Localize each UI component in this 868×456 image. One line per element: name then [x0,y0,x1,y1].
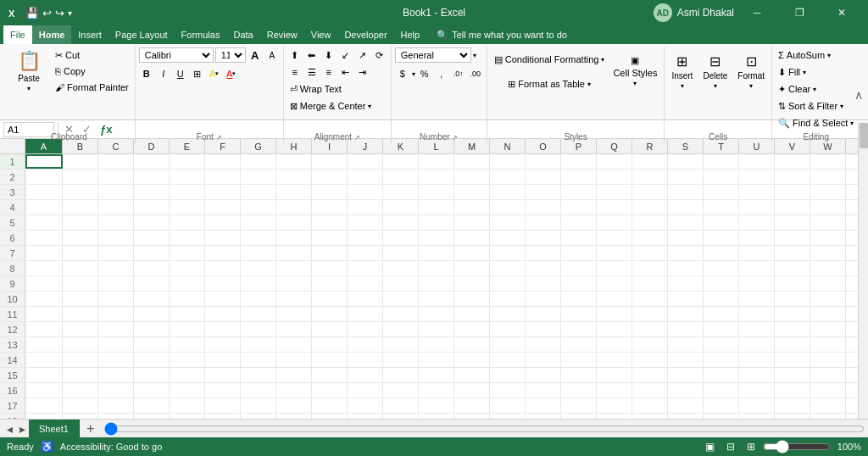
sheet-scroll-right[interactable]: ▸ [16,420,29,438]
cell-R1[interactable] [632,154,668,169]
cell-W10[interactable] [810,292,846,306]
menu-formulas[interactable]: Formulas [175,25,227,44]
page-break-view-button[interactable]: ⊞ [743,439,760,454]
cell-G3[interactable] [241,185,276,199]
cell-U2[interactable] [739,170,775,184]
cell-I14[interactable] [312,353,348,367]
cell-H12[interactable] [276,322,312,336]
cell-V2[interactable] [775,170,810,184]
cell-P12[interactable] [561,322,597,336]
cell-R11[interactable] [632,307,668,321]
autosum-button[interactable]: Σ AutoSum ▾ [776,47,833,63]
cell-J11[interactable] [348,307,383,321]
cell-F13[interactable] [205,337,241,352]
cell-E1[interactable] [170,154,205,169]
row-number-13[interactable]: 13 [0,337,25,352]
number-format-select[interactable]: General [395,47,471,63]
cell-R9[interactable] [632,276,668,291]
cell-M1[interactable] [454,154,490,169]
cell-I10[interactable] [312,292,348,306]
cell-B14[interactable] [63,353,98,367]
cell-N1[interactable] [490,154,526,169]
add-sheet-button[interactable]: + [80,420,101,438]
cell-S16[interactable] [668,383,704,398]
cell-M17[interactable] [454,398,490,413]
cell-I4[interactable] [312,200,348,214]
cell-N9[interactable] [490,276,526,291]
cell-S15[interactable] [668,368,704,382]
cell-S14[interactable] [668,353,704,367]
cell-P15[interactable] [561,368,597,382]
align-middle-button[interactable]: ⬅ [304,47,320,63]
cell-N14[interactable] [490,353,526,367]
cell-T12[interactable] [704,322,739,336]
cell-F6[interactable] [205,231,241,245]
cell-C3[interactable] [98,185,134,199]
cell-J9[interactable] [348,276,383,291]
cell-D8[interactable] [134,261,170,275]
menu-file[interactable]: File [3,25,32,44]
cell-Q16[interactable] [597,383,632,398]
row-number-17[interactable]: 17 [0,398,25,413]
cell-P6[interactable] [561,231,597,245]
cell-P7[interactable] [561,246,597,260]
cell-P8[interactable] [561,261,597,275]
cell-W7[interactable] [810,246,846,260]
cell-R3[interactable] [632,185,668,199]
cell-N15[interactable] [490,368,526,382]
cell-H15[interactable] [276,368,312,382]
cell-L9[interactable] [419,276,454,291]
cell-T13[interactable] [704,337,739,352]
cell-R2[interactable] [632,170,668,184]
cell-D14[interactable] [134,353,170,367]
row-number-14[interactable]: 14 [0,353,25,367]
cell-B17[interactable] [63,398,98,413]
cell-F11[interactable] [205,307,241,321]
cell-G10[interactable] [241,292,276,306]
comma-button[interactable]: , [434,66,449,81]
cell-N17[interactable] [490,398,526,413]
cell-W8[interactable] [810,261,846,275]
cell-B2[interactable] [63,170,98,184]
conditional-formatting-button[interactable]: ▤ Conditional Formatting ▾ [491,47,609,71]
cell-I7[interactable] [312,246,348,260]
cell-U13[interactable] [739,337,775,352]
cell-F2[interactable] [205,170,241,184]
cell-O10[interactable] [526,292,561,306]
cell-M3[interactable] [454,185,490,199]
increase-font-button[interactable]: A [248,47,263,63]
cell-J1[interactable] [348,154,383,169]
row-number-3[interactable]: 3 [0,185,25,199]
cell-styles-button[interactable]: ▣ Cell Styles ▾ [609,47,660,95]
cell-L6[interactable] [419,231,454,245]
cell-G13[interactable] [241,337,276,352]
cell-T1[interactable] [704,154,739,169]
cell-D11[interactable] [134,307,170,321]
cell-M15[interactable] [454,368,490,382]
cell-R13[interactable] [632,337,668,352]
cell-V16[interactable] [775,383,810,398]
cell-Q10[interactable] [597,292,632,306]
cell-K13[interactable] [383,337,419,352]
cell-S11[interactable] [668,307,704,321]
cell-B10[interactable] [63,292,98,306]
cell-T4[interactable] [704,200,739,214]
cell-Q3[interactable] [597,185,632,199]
collapse-ribbon-button[interactable]: ∧ [854,88,863,102]
cell-C5[interactable] [98,215,134,230]
cell-H6[interactable] [276,231,312,245]
cell-P16[interactable] [561,383,597,398]
cell-B15[interactable] [63,368,98,382]
cell-L8[interactable] [419,261,454,275]
cell-C17[interactable] [98,398,134,413]
cell-G6[interactable] [241,231,276,245]
cell-I2[interactable] [312,170,348,184]
cell-A16[interactable] [25,383,63,398]
cell-L17[interactable] [419,398,454,413]
cell-P10[interactable] [561,292,597,306]
cell-N8[interactable] [490,261,526,275]
cell-J2[interactable] [348,170,383,184]
cell-J3[interactable] [348,185,383,199]
font-size-select[interactable]: 11 [215,47,246,63]
menu-insert[interactable]: Insert [71,25,108,44]
